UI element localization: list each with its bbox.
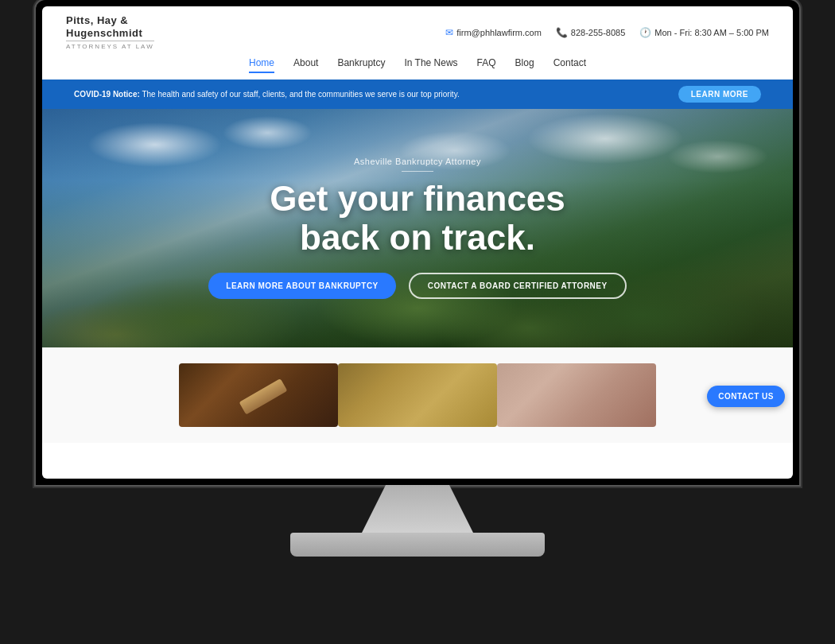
phone-contact: 📞 828-255-8085 <box>556 27 626 38</box>
card-people-image <box>497 363 656 427</box>
logo-name-line1: Pitts, Hay & <box>66 14 128 27</box>
screen-inner: Pitts, Hay & Hugenschmidt Attorneys at L… <box>42 6 793 479</box>
clock-icon: 🕐 <box>639 27 651 38</box>
nav-row: Home About Bankruptcy In The News FAQ Bl… <box>42 56 793 80</box>
monitor-wrapper: Pitts, Hay & Hugenschmidt Attorneys at L… <box>0 0 835 644</box>
monitor-screen: Pitts, Hay & Hugenschmidt Attorneys at L… <box>36 0 799 485</box>
card-columns-image <box>338 363 497 427</box>
nav-item-about[interactable]: About <box>293 56 318 73</box>
covid-bold: COVID-19 Notice: <box>74 90 140 99</box>
business-hours: Mon - Fri: 8:30 AM – 5:00 PM <box>654 28 769 37</box>
hours-contact: 🕐 Mon - Fri: 8:30 AM – 5:00 PM <box>639 27 769 38</box>
hero-buttons: LEARN MORE ABOUT BANKRUPTCY CONTACT A BO… <box>208 273 626 299</box>
nav-item-blog[interactable]: Blog <box>515 56 534 73</box>
covid-learn-more-button[interactable]: LEARN MORE <box>678 86 761 103</box>
hero-section: Asheville Bankruptcy Attorney Get your f… <box>42 109 793 347</box>
email-icon: ✉ <box>445 27 453 38</box>
monitor-stand-base <box>290 533 545 557</box>
logo-area: Pitts, Hay & Hugenschmidt Attorneys at L… <box>66 14 154 51</box>
logo-tagline: Attorneys at Law <box>66 41 154 51</box>
learn-more-bankruptcy-button[interactable]: LEARN MORE ABOUT BANKRUPTCY <box>208 273 395 299</box>
cards-section <box>42 347 793 443</box>
hero-divider <box>402 171 433 172</box>
covid-message: The health and safety of our staff, clie… <box>142 90 459 99</box>
email-address: firm@phhlawfirm.com <box>456 28 542 37</box>
website: Pitts, Hay & Hugenschmidt Attorneys at L… <box>42 6 793 479</box>
header-top-row: Pitts, Hay & Hugenschmidt Attorneys at L… <box>42 6 793 56</box>
email-contact: ✉ firm@phhlawfirm.com <box>445 27 542 38</box>
hero-title: Get your finances back on track. <box>208 180 626 257</box>
contact-attorney-button[interactable]: CONTACT A BOARD CERTIFIED ATTORNEY <box>409 273 627 299</box>
hero-content: Asheville Bankruptcy Attorney Get your f… <box>208 157 626 299</box>
phone-icon: 📞 <box>556 27 568 38</box>
nav-item-home[interactable]: Home <box>249 56 274 73</box>
covid-banner: COVID-19 Notice: The health and safety o… <box>42 80 793 109</box>
covid-text: COVID-19 Notice: The health and safety o… <box>74 90 460 99</box>
hero-subtitle: Asheville Bankruptcy Attorney <box>208 157 626 166</box>
phone-number: 828-255-8085 <box>571 28 626 37</box>
card-gavel-image <box>179 363 338 427</box>
contact-info: ✉ firm@phhlawfirm.com 📞 828-255-8085 🕐 M… <box>445 27 769 38</box>
nav-item-bankruptcy[interactable]: Bankruptcy <box>337 56 385 73</box>
monitor-stand-neck <box>338 485 497 533</box>
contact-float-button[interactable]: CONTACT US <box>707 386 785 407</box>
logo-name-line2: Hugenschmidt <box>66 27 142 40</box>
site-header: Pitts, Hay & Hugenschmidt Attorneys at L… <box>42 6 793 80</box>
nav-item-faq[interactable]: FAQ <box>477 56 496 73</box>
nav-item-contact[interactable]: Contact <box>553 56 586 73</box>
nav-item-inthenews[interactable]: In The News <box>404 56 457 73</box>
